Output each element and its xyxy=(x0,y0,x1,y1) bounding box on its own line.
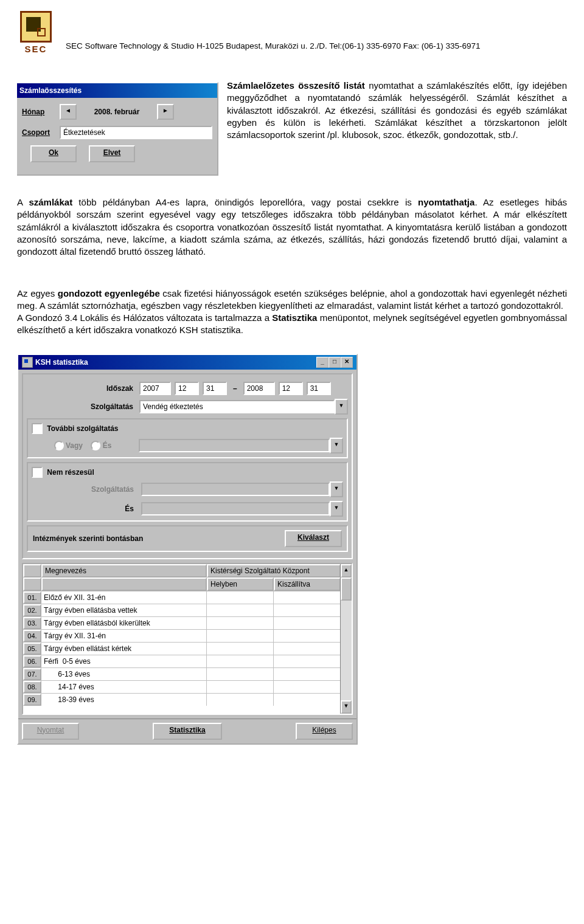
ok-button[interactable]: Ok xyxy=(30,145,77,162)
vertical-scrollbar[interactable]: ▲ ▼ xyxy=(340,564,352,714)
result-list: Megnevezés Kistérségi Szolgáltató Közpon… xyxy=(22,563,353,715)
row-number: 09. xyxy=(23,694,41,706)
szolgaltatas-value[interactable]: Vendég étkeztetés xyxy=(139,400,335,413)
tovabbi-checkbox[interactable] xyxy=(32,423,43,434)
date-to-month[interactable]: 12 xyxy=(279,382,303,395)
row-number: 04. xyxy=(23,630,41,642)
logo-mark-icon xyxy=(20,11,52,43)
close-button[interactable]: ✕ xyxy=(341,357,353,368)
row-number: 07. xyxy=(23,668,41,680)
scroll-up-button[interactable]: ▲ xyxy=(341,564,352,578)
dialog2-bottom-bar: Nyomtat Statisztika Kilépes xyxy=(18,719,356,743)
row-cell-kiszallitva xyxy=(274,617,341,629)
chevron-down-icon[interactable]: ▼ xyxy=(330,438,343,453)
sub-szolg-combo[interactable]: ▼ xyxy=(141,481,343,497)
table-row[interactable]: 03.Tárgy évben ellátásból kikerültek xyxy=(23,616,341,629)
szamlaosszesites-dialog: Számlaösszesítés Hónap ◄ 2008. február ►… xyxy=(17,82,218,176)
header-contact-line: SEC Software Technology & Studio H-1025 … xyxy=(66,41,481,54)
month-next-button[interactable]: ► xyxy=(157,104,174,120)
col-kozpont[interactable]: Kistérségi Szolgáltató Központ xyxy=(207,564,341,578)
date-from-month[interactable]: 12 xyxy=(175,382,199,395)
maximize-button[interactable]: □ xyxy=(328,357,341,368)
tovabbi-combo-value[interactable] xyxy=(139,439,330,452)
elvet-button[interactable]: Elvet xyxy=(89,145,135,162)
table-row[interactable]: 05.Tárgy évben ellátást kértek xyxy=(23,642,341,655)
row-label: Tárgy évben ellátásba vettek xyxy=(41,604,207,616)
table-row[interactable]: 04.Tárgy év XII. 31-én xyxy=(23,629,341,642)
row-cell-kiszallitva xyxy=(274,681,341,693)
scroll-thumb[interactable] xyxy=(341,578,352,601)
kilepes-button[interactable]: Kilépes xyxy=(296,723,353,740)
logo: SEC xyxy=(17,11,55,54)
dialog-title: Számlaösszesítés xyxy=(19,85,82,96)
paragraph-szamlakat: A számlákat több példányban A4-es lapra,… xyxy=(17,196,567,258)
minimize-button[interactable]: _ xyxy=(316,357,328,368)
szolgaltatas-combo[interactable]: Vendég étkeztetés ▼ xyxy=(139,399,348,415)
nyomtat-button[interactable]: Nyomtat xyxy=(22,723,79,740)
table-row[interactable]: 01.Előző év XII. 31-én xyxy=(23,591,341,604)
row-label: Tárgy év XII. 31-én xyxy=(41,630,207,642)
szolgaltatas-label: Szolgáltatás xyxy=(27,402,136,411)
nem-reszesul-group: Nem részesül Szolgáltatás ▼ És ▼ xyxy=(27,462,348,522)
row-cell-kiszallitva xyxy=(274,630,341,642)
page-header: SEC SEC Software Technology & Studio H-1… xyxy=(17,11,567,54)
date-from-day[interactable]: 31 xyxy=(203,382,227,395)
date-to-day[interactable]: 31 xyxy=(307,382,331,395)
scroll-track[interactable] xyxy=(341,578,352,700)
sub-es-combo[interactable]: ▼ xyxy=(141,501,343,517)
row-label: 18-39 éves xyxy=(41,694,207,706)
row-cell-kiszallitva xyxy=(274,591,341,604)
month-prev-button[interactable]: ◄ xyxy=(60,104,77,120)
col-helyben[interactable]: Helyben xyxy=(207,578,274,591)
row-label: 6-13 éves xyxy=(41,668,207,680)
row-cell-helyben xyxy=(207,591,274,604)
tovabbi-combo[interactable]: ▼ xyxy=(139,438,343,453)
date-to-year[interactable]: 2008 xyxy=(243,382,275,395)
nem-reszesul-checkbox[interactable] xyxy=(32,467,43,478)
row-cell-helyben xyxy=(207,694,274,706)
vagy-radio[interactable] xyxy=(54,441,64,450)
idoszak-label: Időszak xyxy=(27,384,136,393)
csoport-input[interactable]: Étkeztetések xyxy=(60,126,212,139)
chevron-down-icon[interactable]: ▼ xyxy=(335,399,348,415)
intezmenyek-label: Intézmények szerinti bontásban xyxy=(33,534,143,543)
nem-reszesul-label: Nem részesül xyxy=(47,468,94,477)
chevron-down-icon[interactable]: ▼ xyxy=(330,481,343,497)
col-kiszallitva[interactable]: Kiszállítva xyxy=(274,578,341,591)
row-cell-helyben xyxy=(207,630,274,642)
table-row[interactable]: 02.Tárgy évben ellátásba vettek xyxy=(23,604,341,616)
row-number: 02. xyxy=(23,604,41,616)
es-label: És xyxy=(103,441,112,450)
row-number: 01. xyxy=(23,591,41,604)
row-number: 08. xyxy=(23,681,41,693)
table-row[interactable]: 06.Férfi 0-5 éves xyxy=(23,655,341,667)
ksh-statisztika-dialog: KSH statisztika _ □ ✕ Időszak 2007 12 31… xyxy=(17,354,358,745)
row-cell-helyben xyxy=(207,655,274,667)
date-from-year[interactable]: 2007 xyxy=(139,382,171,395)
row-number: 03. xyxy=(23,617,41,629)
sub-szolg-label: Szolgáltatás xyxy=(32,485,136,494)
logo-text: SEC xyxy=(25,44,47,54)
statisztika-button[interactable]: Statisztika xyxy=(153,723,222,740)
table-row[interactable]: 07. 6-13 éves xyxy=(23,667,341,680)
scroll-down-button[interactable]: ▼ xyxy=(341,700,352,714)
row-cell-helyben xyxy=(207,668,274,680)
tovabbi-label: További szolgáltatás xyxy=(47,424,118,433)
table-row[interactable]: 09. 18-39 éves xyxy=(23,693,341,706)
row-cell-helyben xyxy=(207,617,274,629)
row-label: 14-17 éves xyxy=(41,681,207,693)
honap-label: Hónap xyxy=(22,108,56,116)
row-label: Előző év XII. 31-én xyxy=(41,591,207,604)
chevron-down-icon[interactable]: ▼ xyxy=(330,501,343,517)
list-header-row2: Helyben Kiszállítva xyxy=(23,578,341,591)
table-row[interactable]: 08. 14-17 éves xyxy=(23,680,341,693)
es-radio[interactable] xyxy=(91,441,100,450)
row-label: Férfi 0-5 éves xyxy=(41,655,207,667)
kivalaszt-button[interactable]: Kiválaszt xyxy=(285,530,342,547)
list-header-row1: Megnevezés Kistérségi Szolgáltató Közpon… xyxy=(23,564,341,578)
paragraph-egyenleg: Az egyes gondozott egyenlegébe csak fize… xyxy=(17,275,567,336)
row-cell-kiszallitva xyxy=(274,604,341,616)
col-megnevezes[interactable]: Megnevezés xyxy=(41,564,207,578)
row-cell-kiszallitva xyxy=(274,694,341,706)
month-value: 2008. február xyxy=(80,108,153,116)
